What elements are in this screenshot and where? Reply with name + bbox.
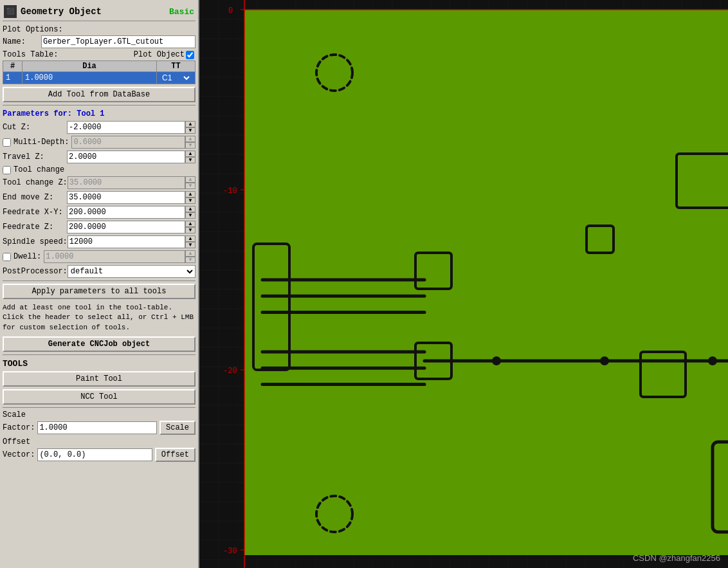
spindle-label: Spindle speed: bbox=[3, 237, 68, 246]
tt-dropdown[interactable]: C1 bbox=[159, 73, 192, 83]
app-icon: ⬛ bbox=[4, 5, 17, 18]
tool-change-row: Tool change bbox=[3, 165, 196, 174]
generate-btn[interactable]: Generate CNCJob object bbox=[3, 336, 196, 352]
end-move-z-spinner: ▲ ▼ bbox=[185, 191, 196, 204]
scale-btn[interactable]: Scale bbox=[159, 421, 196, 435]
feedrate-xy-spinner: ▲ ▼ bbox=[185, 206, 196, 219]
feedrate-z-spinner: ▲ ▼ bbox=[185, 221, 196, 234]
params-header: Parameters for: Tool 1 bbox=[3, 109, 196, 118]
travel-z-up[interactable]: ▲ bbox=[185, 151, 196, 157]
cut-z-label: Cut Z: bbox=[3, 123, 67, 132]
canvas-area[interactable]: CSDN @zhangfan2256 bbox=[199, 0, 728, 568]
panel-title-bar: ⬛ Geometry Object Basic bbox=[3, 3, 196, 21]
postprocessor-row: PostProcessor: default grbl linuxcnc mar… bbox=[3, 265, 196, 278]
params-label: Parameters for: bbox=[3, 109, 72, 118]
dwell-up[interactable]: ▲ bbox=[185, 250, 196, 257]
tool-change-z-spinner: ▲ ▼ bbox=[185, 176, 196, 189]
feedrate-xy-row: Feedrate X-Y: ▲ ▼ bbox=[3, 206, 196, 219]
col-header-dia[interactable]: Dia bbox=[23, 61, 157, 72]
feedrate-xy-input[interactable] bbox=[67, 206, 185, 219]
travel-z-down[interactable]: ▼ bbox=[185, 157, 196, 163]
ncc-tool-btn[interactable]: NCC Tool bbox=[3, 389, 196, 405]
end-move-z-label: End move Z: bbox=[3, 193, 67, 202]
feedrate-z-input[interactable] bbox=[67, 221, 185, 234]
end-move-z-up[interactable]: ▲ bbox=[185, 191, 196, 197]
scale-section-label: Scale bbox=[3, 410, 196, 419]
spindle-spinner: ▲ ▼ bbox=[185, 235, 196, 248]
col-header-num[interactable]: # bbox=[3, 61, 23, 72]
end-move-z-down[interactable]: ▼ bbox=[185, 197, 196, 204]
params-tool: Tool 1 bbox=[77, 109, 104, 118]
feedrate-z-up[interactable]: ▲ bbox=[185, 221, 196, 227]
offset-btn[interactable]: Offset bbox=[155, 448, 196, 462]
feedrate-z-down[interactable]: ▼ bbox=[185, 227, 196, 234]
plot-obj-checkbox[interactable] bbox=[186, 51, 194, 59]
feedrate-xy-down[interactable]: ▼ bbox=[185, 212, 196, 219]
travel-z-spinner: ▲ ▼ bbox=[185, 151, 196, 163]
tool-change-z-row: Tool change Z: ▲ ▼ bbox=[3, 176, 196, 189]
feedrate-xy-up[interactable]: ▲ bbox=[185, 206, 196, 212]
multi-depth-spinner: ▲ ▼ bbox=[185, 136, 196, 149]
factor-label: Factor: bbox=[3, 423, 35, 432]
feedrate-z-label: Feedrate Z: bbox=[3, 223, 67, 232]
plot-options-label: Plot Options: bbox=[3, 25, 196, 34]
name-input[interactable] bbox=[41, 35, 196, 48]
dwell-row: Dwell: ▲ ▼ bbox=[3, 250, 196, 263]
cut-z-up[interactable]: ▲ bbox=[185, 121, 196, 127]
left-panel: ⬛ Geometry Object Basic Plot Options: Na… bbox=[0, 0, 199, 568]
tool-change-checkbox[interactable] bbox=[3, 166, 11, 174]
dwell-input[interactable] bbox=[44, 250, 185, 263]
tool-change-label: Tool change bbox=[14, 165, 64, 174]
multi-depth-input[interactable] bbox=[71, 136, 185, 149]
spindle-down[interactable]: ▼ bbox=[185, 242, 196, 248]
travel-z-row: Travel Z: ▲ ▼ bbox=[3, 151, 196, 163]
postprocessor-label: PostProcessor: bbox=[3, 267, 68, 276]
dwell-checkbox[interactable] bbox=[3, 253, 11, 261]
factor-input[interactable] bbox=[37, 421, 157, 434]
tools-section-title: TOOLS bbox=[3, 359, 196, 369]
multi-depth-up[interactable]: ▲ bbox=[185, 136, 196, 142]
plot-obj-label: Plot Object bbox=[134, 50, 185, 59]
cut-z-down[interactable]: ▼ bbox=[185, 127, 196, 134]
end-move-z-row: End move Z: ▲ ▼ bbox=[3, 191, 196, 204]
offset-row: Vector: Offset bbox=[3, 448, 196, 462]
multi-depth-label: Multi-Depth: bbox=[14, 138, 69, 147]
tool-change-z-input[interactable] bbox=[68, 176, 185, 189]
panel-badge: Basic bbox=[169, 7, 194, 17]
multi-depth-checkbox-row: Multi-Depth: ▲ ▼ bbox=[3, 136, 196, 149]
offset-section-label: Offset bbox=[3, 437, 196, 446]
feedrate-z-row: Feedrate Z: ▲ ▼ bbox=[3, 221, 196, 234]
travel-z-label: Travel Z: bbox=[3, 152, 67, 161]
spindle-input[interactable] bbox=[68, 235, 185, 248]
tool-change-z-down[interactable]: ▼ bbox=[185, 183, 196, 189]
dwell-down[interactable]: ▼ bbox=[185, 257, 196, 263]
table-row[interactable]: 1 1.0000 C1 bbox=[3, 72, 196, 84]
multi-depth-down[interactable]: ▼ bbox=[185, 142, 196, 149]
multi-depth-checkbox[interactable] bbox=[3, 138, 11, 147]
info-text: Add at least one tool in the tool-table.… bbox=[3, 303, 196, 333]
tools-table-label: Tools Table: bbox=[3, 50, 58, 59]
tool-change-z-up[interactable]: ▲ bbox=[185, 176, 196, 183]
travel-z-input[interactable] bbox=[67, 151, 185, 163]
cut-z-spinner: ▲ ▼ bbox=[185, 121, 196, 134]
vector-label: Vector: bbox=[3, 450, 35, 459]
scale-row: Factor: Scale bbox=[3, 421, 196, 435]
vector-input[interactable] bbox=[37, 448, 152, 461]
spindle-up[interactable]: ▲ bbox=[185, 235, 196, 242]
apply-params-btn[interactable]: Apply parameters to all tools bbox=[3, 284, 196, 299]
end-move-z-input[interactable] bbox=[67, 191, 185, 204]
tools-table-header: Tools Table: Plot Object bbox=[3, 50, 196, 59]
tools-table: # Dia TT 1 1.0000 C1 bbox=[3, 60, 196, 84]
row-num: 1 bbox=[3, 72, 23, 84]
postprocessor-select[interactable]: default grbl linuxcnc marlin bbox=[68, 265, 196, 278]
dwell-label: Dwell: bbox=[14, 252, 41, 261]
dwell-spinner: ▲ ▼ bbox=[185, 250, 196, 263]
cut-z-row: Cut Z: ▲ ▼ bbox=[3, 121, 196, 134]
pcb-canvas bbox=[199, 0, 728, 568]
paint-tool-btn[interactable]: Paint Tool bbox=[3, 371, 196, 387]
feedrate-xy-label: Feedrate X-Y: bbox=[3, 208, 67, 217]
cut-z-input[interactable] bbox=[67, 121, 185, 134]
add-tool-btn[interactable]: Add Tool from DataBase bbox=[3, 87, 196, 102]
panel-title: Geometry Object bbox=[21, 6, 102, 17]
col-header-tt[interactable]: TT bbox=[157, 61, 196, 72]
